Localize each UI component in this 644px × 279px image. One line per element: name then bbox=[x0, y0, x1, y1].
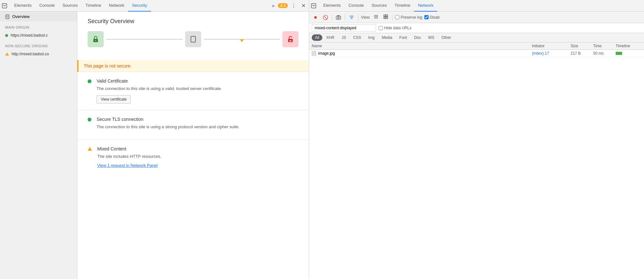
type-tab-all[interactable]: All bbox=[312, 34, 322, 41]
mixed-content-description: The site includes HTTP resources. bbox=[97, 153, 298, 160]
insecure-icon bbox=[282, 31, 298, 47]
hide-data-urls-checkbox[interactable] bbox=[379, 26, 383, 30]
toolbar-divider-4 bbox=[392, 14, 393, 21]
network-table-header: Name Initiator Size Time Timeline bbox=[309, 42, 644, 50]
content-area: Overview Main Origin https://mixed.badss… bbox=[0, 12, 309, 279]
main-origin-section: Main Origin bbox=[0, 22, 77, 31]
disable-cache-checkbox[interactable] bbox=[424, 15, 429, 19]
document-neutral-icon bbox=[185, 31, 201, 47]
left-devtools-panel: Elements Console Sources Timeline Networ… bbox=[0, 0, 309, 279]
header-size: Size bbox=[571, 44, 593, 48]
network-type-tabs: All XHR JS CSS Img Media Font Doc WS Oth… bbox=[309, 33, 644, 42]
preserve-log-label[interactable]: Preserve log bbox=[395, 15, 422, 20]
type-tab-ws[interactable]: WS bbox=[425, 34, 437, 41]
row-initiator[interactable]: (index):17 bbox=[532, 51, 571, 56]
mixed-content-section: Mixed Content The site includes HTTP res… bbox=[77, 140, 309, 174]
secure-lock-icon bbox=[88, 31, 104, 47]
toolbar-divider-3 bbox=[358, 14, 358, 21]
table-row[interactable]: image.jpg (index):17 217 B 50 ms bbox=[309, 50, 644, 57]
header-timeline: Timeline bbox=[616, 44, 641, 48]
secure-indicator-icon bbox=[5, 34, 8, 37]
right-tab-sources[interactable]: Sources bbox=[368, 0, 391, 12]
svg-rect-18 bbox=[384, 17, 385, 19]
main-security-panel: Security Overview bbox=[77, 12, 309, 279]
tab-timeline[interactable]: Timeline bbox=[82, 0, 105, 12]
non-secure-section: Non-Secure Origins bbox=[0, 40, 77, 49]
security-overview-title: Security Overview bbox=[88, 18, 298, 25]
sidebar-item-overview[interactable]: Overview bbox=[0, 12, 77, 22]
sidebar-item-non-secure-origin[interactable]: http://mixed.badssl.co bbox=[0, 49, 77, 59]
tab-console[interactable]: Console bbox=[35, 0, 59, 12]
view-certificate-button[interactable]: View certificate bbox=[97, 95, 131, 104]
view-grid-button[interactable] bbox=[382, 14, 390, 21]
network-table: Name Initiator Size Time Timeline image.… bbox=[309, 42, 644, 279]
type-tab-css[interactable]: CSS bbox=[350, 34, 365, 41]
svg-rect-19 bbox=[386, 17, 388, 19]
type-tab-font[interactable]: Font bbox=[396, 34, 410, 41]
mixed-content-warning-icon bbox=[88, 147, 92, 151]
filter-button[interactable] bbox=[348, 14, 355, 21]
certificate-row: Valid Certificate The connection to this… bbox=[88, 78, 298, 104]
header-name: Name bbox=[312, 44, 532, 48]
sidebar-item-main-origin[interactable]: https://mixed.badssl.c bbox=[0, 31, 77, 40]
timeline-bar bbox=[616, 52, 622, 55]
svg-rect-17 bbox=[386, 15, 388, 16]
view-list-button[interactable] bbox=[372, 14, 380, 21]
left-tab-bar: Elements Console Sources Timeline Networ… bbox=[0, 0, 309, 12]
disable-cache-label[interactable]: Disab bbox=[424, 15, 440, 20]
right-tab-timeline[interactable]: Timeline bbox=[391, 0, 414, 12]
type-tab-doc[interactable]: Doc bbox=[411, 34, 424, 41]
tab-bar-actions: » ⚠ 1 ⋮ ✕ bbox=[270, 1, 308, 10]
header-time: Time bbox=[593, 44, 616, 48]
right-tab-console[interactable]: Console bbox=[345, 0, 368, 12]
warning-badge: ⚠ 1 bbox=[278, 3, 288, 8]
security-icon-row bbox=[88, 31, 298, 47]
tls-description: The connection to this site is using a s… bbox=[97, 124, 298, 130]
right-tab-elements[interactable]: Elements bbox=[319, 0, 345, 12]
hide-data-urls-label[interactable]: Hide data URLs bbox=[379, 26, 412, 30]
svg-point-12 bbox=[338, 17, 339, 18]
tab-network[interactable]: Network bbox=[105, 0, 128, 12]
network-toolbar: ⏺ 🚫 View: Preserve log Disab bbox=[309, 12, 644, 23]
toolbar-divider-2 bbox=[345, 14, 345, 21]
more-options-button[interactable]: ⋮ bbox=[289, 1, 298, 10]
more-tabs-button[interactable]: » bbox=[270, 2, 277, 10]
certificate-description: The connection to this site is using a v… bbox=[97, 86, 298, 92]
right-tab-bar: Elements Console Sources Timeline Networ… bbox=[309, 0, 644, 12]
type-tab-img[interactable]: Img bbox=[365, 34, 378, 41]
file-type-icon bbox=[312, 51, 316, 56]
filter-input[interactable] bbox=[312, 24, 376, 32]
svg-point-5 bbox=[95, 40, 96, 41]
sidebar-overview-label: Overview bbox=[12, 14, 30, 19]
mixed-content-content: Mixed Content The site includes HTTP res… bbox=[97, 146, 298, 168]
main-origin-url: https://mixed.badssl.c bbox=[11, 33, 48, 38]
type-tab-other[interactable]: Other bbox=[438, 34, 454, 41]
svg-rect-16 bbox=[384, 15, 385, 16]
type-tab-media[interactable]: Media bbox=[378, 34, 395, 41]
certificate-section: Valid Certificate The connection to this… bbox=[77, 72, 309, 110]
right-devtools-logo-icon bbox=[310, 3, 317, 9]
devtools-logo-icon bbox=[1, 3, 8, 9]
stop-button[interactable]: 🚫 bbox=[321, 14, 329, 21]
camera-button[interactable] bbox=[335, 14, 342, 21]
mixed-content-title: Mixed Content bbox=[97, 146, 298, 151]
tls-section: Secure TLS connection The connection to … bbox=[77, 110, 309, 140]
tab-sources[interactable]: Sources bbox=[59, 0, 82, 12]
warning-indicator-icon bbox=[5, 52, 9, 56]
close-button[interactable]: ✕ bbox=[299, 1, 308, 10]
tls-title: Secure TLS connection bbox=[97, 117, 298, 122]
view-network-panel-link[interactable]: View 1 request in Network Panel bbox=[97, 163, 158, 168]
certificate-status-icon bbox=[88, 79, 91, 83]
row-time: 50 ms bbox=[593, 51, 616, 56]
right-tab-network[interactable]: Network bbox=[414, 0, 437, 12]
certificate-title: Valid Certificate bbox=[97, 78, 298, 84]
record-button[interactable]: ⏺ bbox=[312, 14, 319, 21]
tab-elements[interactable]: Elements bbox=[10, 0, 35, 12]
tab-security[interactable]: Security bbox=[128, 0, 151, 12]
row-name-text: image.jpg bbox=[318, 51, 335, 56]
toolbar-divider-1 bbox=[332, 14, 332, 21]
type-tab-xhr[interactable]: XHR bbox=[323, 34, 337, 41]
type-tab-js[interactable]: JS bbox=[338, 34, 349, 41]
svg-rect-1 bbox=[6, 15, 9, 19]
preserve-log-checkbox[interactable] bbox=[395, 15, 399, 19]
